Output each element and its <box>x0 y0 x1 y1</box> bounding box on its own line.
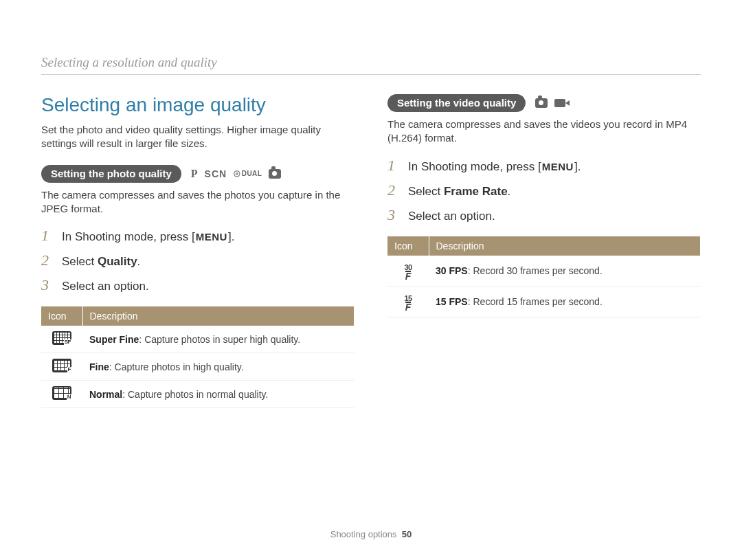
table-cell-description: 30 FPS: Record 30 frames per second. <box>429 256 701 286</box>
photo-options-table: Icon Description SF Super Fine: Capture … <box>41 306 355 408</box>
step-text: In Shooting mode, press [MENU]. <box>62 229 355 245</box>
mode-dual-icon: ⦾DUAL <box>234 169 262 179</box>
photo-steps: 1 In Shooting mode, press [MENU]. 2 Sele… <box>41 227 355 294</box>
mode-scn-icon: SCN <box>205 168 227 179</box>
mode-camera-icon <box>269 169 281 179</box>
table-row: N Normal: Capture photos in normal quali… <box>41 381 355 408</box>
table-header-icon: Icon <box>41 306 82 326</box>
table-row: F Fine: Capture photos in high quality. <box>41 353 355 381</box>
video-intro: The camera compresses and saves the vide… <box>387 117 701 146</box>
breadcrumb: Selecting a resolution and quality <box>41 55 701 75</box>
fps-15-icon: 15 F <box>404 295 412 311</box>
photo-step-3: 3 Select an option. <box>41 276 355 294</box>
video-heading-row: Setting the video quality <box>387 94 701 112</box>
photo-step-1: 1 In Shooting mode, press [MENU]. <box>41 227 355 245</box>
video-step-3: 3 Select an option. <box>387 206 701 224</box>
step-text: Select Quality. <box>62 254 355 269</box>
video-steps: 1 In Shooting mode, press [MENU]. 2 Sele… <box>387 157 701 224</box>
step-number: 1 <box>41 227 54 245</box>
left-column: Selecting an image quality Set the photo… <box>41 94 355 408</box>
video-step-2: 2 Select Frame Rate. <box>387 181 701 199</box>
table-cell-description: 15 FPS: Record 15 frames per second. <box>429 286 701 317</box>
step-number: 2 <box>387 181 400 199</box>
step-number: 2 <box>41 251 54 269</box>
table-row: 30 F 30 FPS: Record 30 frames per second… <box>387 256 701 286</box>
step-number: 3 <box>387 206 400 224</box>
page-footer: Shooting options 50 <box>0 529 742 539</box>
menu-badge: MENU <box>195 230 228 244</box>
right-column: Setting the video quality The camera com… <box>387 94 701 408</box>
menu-badge: MENU <box>541 160 574 174</box>
quality-fine-icon: F <box>52 359 71 372</box>
table-cell-description: Super Fine: Capture photos in super high… <box>82 326 355 353</box>
footer-section: Shooting options <box>330 529 397 539</box>
quality-superfine-icon: SF <box>52 331 71 345</box>
table-header-description: Description <box>429 236 701 256</box>
table-cell-description: Fine: Capture photos in high quality. <box>82 353 355 381</box>
table-cell-description: Normal: Capture photos in normal quality… <box>82 381 355 408</box>
photo-step-2: 2 Select Quality. <box>41 251 355 269</box>
table-row: 15 F 15 FPS: Record 15 frames per second… <box>387 286 701 317</box>
footer-page-number: 50 <box>402 529 412 539</box>
intro-text: Set the photo and video quality settings… <box>41 123 355 151</box>
step-text: Select Frame Rate. <box>408 184 701 199</box>
step-text: Select an option. <box>408 209 701 224</box>
quality-normal-icon: N <box>52 386 71 400</box>
mode-camera-icon <box>535 98 548 108</box>
photo-intro: The camera compresses and saves the phot… <box>41 188 355 216</box>
mode-p-icon: P <box>191 168 198 180</box>
photo-heading-row: Setting the photo quality P SCN ⦾DUAL <box>41 165 355 183</box>
mode-video-icon <box>554 99 565 107</box>
step-number: 3 <box>41 276 54 294</box>
photo-quality-pill: Setting the photo quality <box>41 165 181 183</box>
step-text: Select an option. <box>62 279 355 294</box>
step-text: In Shooting mode, press [MENU]. <box>408 159 701 175</box>
video-mode-icons <box>535 98 565 108</box>
table-header-description: Description <box>82 306 355 326</box>
video-options-table: Icon Description 30 F 30 FPS: Record 30 … <box>387 236 701 317</box>
table-row: SF Super Fine: Capture photos in super h… <box>41 326 355 353</box>
step-number: 1 <box>387 157 400 175</box>
fps-30-icon: 30 F <box>404 265 412 280</box>
video-quality-pill: Setting the video quality <box>387 94 526 112</box>
photo-mode-icons: P SCN ⦾DUAL <box>191 168 282 180</box>
table-header-icon: Icon <box>387 236 429 256</box>
main-heading: Selecting an image quality <box>41 94 355 116</box>
video-step-1: 1 In Shooting mode, press [MENU]. <box>387 157 701 175</box>
